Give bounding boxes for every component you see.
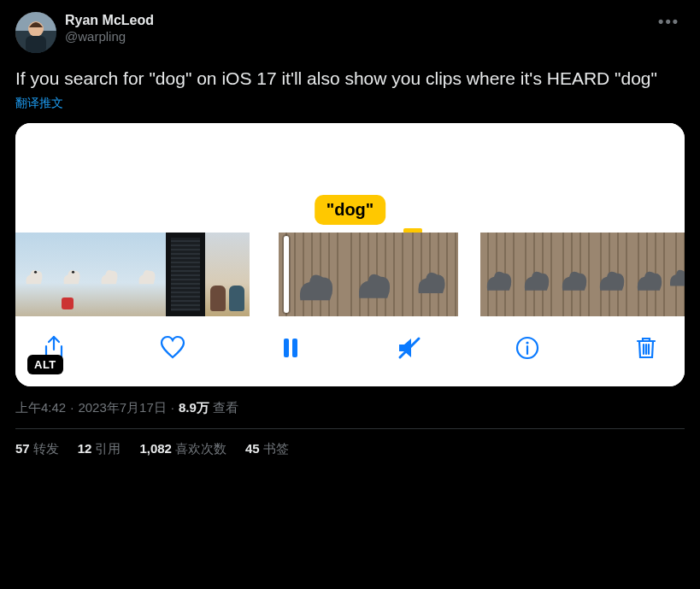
tweet-time[interactable]: 上午4:42 [15,400,66,416]
svg-point-10 [526,342,529,345]
tweet-text: If you search for "dog" on iOS 17 it'll … [15,67,685,91]
clip-thumbnail[interactable] [53,233,91,316]
clip-group [279,233,458,316]
tweet-date[interactable]: 2023年7月17日 [78,400,166,416]
avatar[interactable] [15,12,56,53]
quotes-stat[interactable]: 12引用 [78,441,121,457]
handle: @warpling [65,29,653,45]
clip-thumbnail[interactable] [205,233,250,316]
clip-thumbnail[interactable] [279,233,344,316]
info-icon[interactable] [511,332,544,364]
clip-thumbnail[interactable] [668,233,685,316]
clip-gap [458,233,480,316]
clip-thumbnail[interactable] [518,233,556,316]
clip-thumbnail[interactable] [405,233,458,316]
tweet-container: Ryan McLeod @warpling ••• If you search … [0,0,700,469]
pause-icon[interactable] [274,332,307,364]
clip-thumbnail[interactable] [593,233,631,316]
trash-icon[interactable] [630,332,662,364]
tweet-meta: 上午4:42 · 2023年7月17日 · 8.9万 查看 [15,400,685,416]
tweet-header: Ryan McLeod @warpling ••• [15,12,685,53]
media-header-area: "dog" [15,123,685,233]
alt-badge[interactable]: ALT [27,355,63,374]
clip-thumbnail[interactable] [480,233,518,316]
svg-point-4 [34,270,37,273]
media-attachment[interactable]: "dog" [15,123,685,386]
divider [15,428,685,429]
bookmarks-stat[interactable]: 45书签 [245,441,289,457]
avatar-image [15,12,56,53]
translate-link[interactable]: 翻译推文 [15,96,63,111]
video-timeline[interactable] [15,233,685,316]
clip-gap [250,233,279,316]
likes-stat[interactable]: 1,082喜欢次数 [139,441,226,457]
views-count: 8.9万 [179,400,209,416]
clip-thumbnail[interactable] [556,233,593,316]
clip-group [480,233,685,316]
media-toolbar [15,316,685,386]
retweets-stat[interactable]: 57转发 [15,441,59,457]
clip-thumbnail[interactable] [631,233,668,316]
heart-icon[interactable] [156,332,189,364]
svg-rect-7 [292,339,297,357]
svg-rect-3 [26,36,46,53]
clip-thumbnail[interactable] [15,233,53,316]
clip-thumbnail[interactable] [91,233,128,316]
more-options-icon[interactable]: ••• [653,12,685,31]
svg-rect-6 [284,339,289,357]
tweet-stats: 57转发 12引用 1,082喜欢次数 45书签 [15,441,685,457]
clip-thumbnail[interactable] [344,233,405,316]
views-label: 查看 [213,400,238,416]
mute-icon[interactable] [393,332,426,364]
clip-thumbnail[interactable] [166,233,205,316]
timeline-scrubber[interactable] [284,236,289,313]
svg-point-5 [72,270,74,273]
author-name-block[interactable]: Ryan McLeod @warpling [65,12,653,45]
display-name: Ryan McLeod [65,12,653,29]
search-term-chip: "dog" [315,195,386,225]
clip-thumbnail[interactable] [128,233,166,316]
clip-group [15,233,250,316]
